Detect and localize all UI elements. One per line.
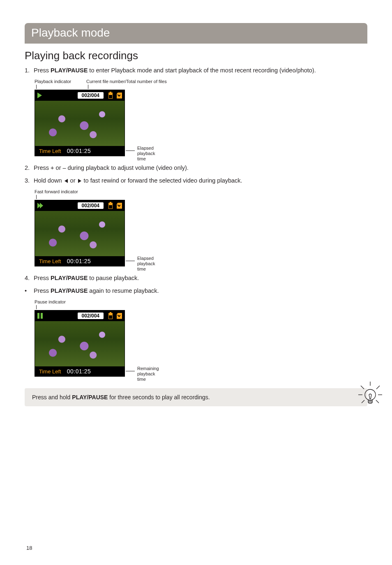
pause-icon	[37, 313, 46, 319]
anno-ff-indicator: Fast forward indicator	[35, 189, 92, 194]
text: Press	[34, 287, 51, 294]
lcd-screen: 002/004 Time Left 00:01:25	[35, 200, 125, 266]
right-arrow-icon	[78, 179, 81, 183]
text: to enter Playback mode and start playbac…	[88, 67, 316, 74]
text: to fast rewind or forward the selected v…	[82, 177, 242, 184]
page-number: 18	[26, 545, 32, 551]
time-left-label: Time Left	[39, 258, 61, 264]
sdcard-icon	[117, 203, 122, 209]
battery-icon	[108, 313, 113, 319]
step-2: 2.Press + or – during playback to adjust…	[25, 164, 367, 172]
step-number: 3.	[25, 176, 34, 185]
svg-line-2	[376, 386, 380, 389]
text: to pause playback.	[88, 275, 139, 281]
play-icon	[37, 93, 46, 98]
anno-elapsed-time: Elapsed playback time	[137, 256, 155, 272]
file-counter: 002/004	[78, 202, 104, 209]
text: Press and hold	[32, 394, 72, 401]
anno-remaining-time: Remaining playback time	[137, 366, 159, 382]
figure-2: Fast forward indicator 002/004 Time Left…	[35, 189, 367, 266]
video-thumbnail	[35, 211, 125, 256]
file-counter: 002/004	[78, 313, 104, 319]
figure-3: Pause indicator 002/004 Time Left 00:01:…	[35, 299, 367, 377]
text: Hold down	[34, 177, 64, 184]
anno-file-count: Current file number/Total number of file…	[86, 79, 167, 84]
button-label: PLAY/PAUSE	[51, 287, 88, 294]
step-4-sub: •Press PLAY/PAUSE again to resume playba…	[25, 287, 367, 295]
elapsed-time: 00:01:25	[67, 148, 91, 154]
lightbulb-icon	[357, 381, 384, 408]
battery-icon	[108, 203, 113, 209]
svg-line-6	[376, 400, 379, 403]
subsection-heading: Playing back recordings	[25, 49, 367, 62]
step-number: 1.	[25, 66, 34, 75]
svg-point-7	[365, 389, 376, 400]
button-label: PLAY/PAUSE	[51, 67, 88, 74]
svg-line-5	[362, 400, 364, 403]
text: Press	[34, 275, 51, 281]
left-arrow-icon	[65, 179, 68, 183]
figure-1: Playback indicator Current file number/T…	[35, 79, 367, 156]
step-4: 4.Press PLAY/PAUSE to pause playback.	[25, 274, 367, 282]
elapsed-time: 00:01:25	[67, 368, 91, 375]
fast-forward-icon	[37, 203, 46, 208]
lcd-screen: 002/004 Time Left 00:01:25	[35, 310, 125, 377]
text: or	[69, 177, 77, 184]
battery-icon	[108, 93, 113, 99]
sdcard-icon	[117, 93, 122, 99]
step-number: 2.	[25, 164, 34, 172]
text: Press + or – during playback to adjust v…	[34, 164, 189, 171]
file-counter: 002/004	[78, 92, 104, 99]
button-label: PLAY/PAUSE	[51, 275, 88, 281]
time-left-label: Time Left	[39, 368, 61, 375]
tip-callout: Press and hold PLAY/PAUSE for three seco…	[25, 388, 367, 406]
lcd-screen: 002/004 Time Left 00:01:25	[35, 90, 125, 156]
button-label: PLAY/PAUSE	[72, 394, 108, 401]
section-banner: Playback mode	[25, 23, 367, 44]
video-thumbnail	[35, 321, 125, 366]
anno-playback-indicator: Playback indicator	[35, 79, 80, 84]
step-number: 4.	[25, 274, 34, 282]
sdcard-icon	[117, 313, 122, 319]
text: for three seconds to play all recordings…	[108, 394, 210, 401]
svg-line-1	[361, 386, 364, 389]
anno-elapsed-time: Elapsed playback time	[137, 146, 155, 162]
elapsed-time: 00:01:25	[67, 258, 91, 264]
step-1: 1.Press PLAY/PAUSE to enter Playback mod…	[25, 66, 367, 75]
time-left-label: Time Left	[39, 148, 61, 154]
anno-pause-indicator: Pause indicator	[35, 299, 80, 304]
video-thumbnail	[35, 101, 125, 146]
text: again to resume playback.	[88, 287, 159, 294]
step-3: 3.Hold down or to fast rewind or forward…	[25, 176, 367, 185]
text: Press	[34, 67, 51, 74]
bullet: •	[25, 287, 34, 295]
